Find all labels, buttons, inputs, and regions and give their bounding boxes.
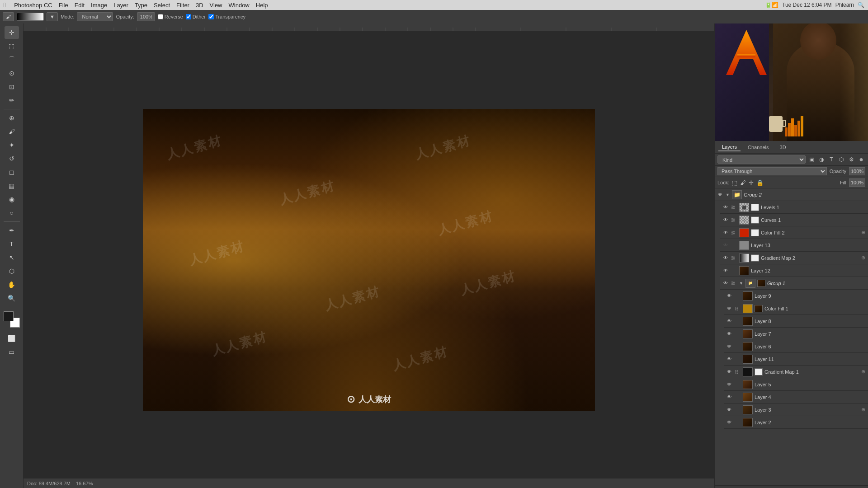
visibility-toggle-group1[interactable]: 👁 xyxy=(722,280,729,287)
layer-row-layer5[interactable]: 👁 Layer 5 xyxy=(724,378,868,391)
quick-selection-tool[interactable]: ⊙ xyxy=(5,67,19,80)
zoom-tool[interactable]: 🔍 xyxy=(5,292,19,305)
filter-shape-btn[interactable]: ⬡ xyxy=(837,155,845,164)
group1-expand-arrow[interactable]: ▼ xyxy=(739,281,744,286)
eraser-tool[interactable]: ◻ xyxy=(5,166,19,178)
visibility-toggle-layer2[interactable]: 👁 xyxy=(726,419,733,426)
lasso-tool[interactable]: ⌒ xyxy=(5,53,19,66)
layer-row-layer6[interactable]: 👁 Layer 6 xyxy=(724,340,868,353)
visibility-toggle-group2[interactable]: 👁 xyxy=(717,191,724,198)
visibility-toggle-colorfill1[interactable]: 👁 xyxy=(726,305,733,312)
crop-tool[interactable]: ⊡ xyxy=(5,80,19,93)
menu-select[interactable]: Select xyxy=(154,2,170,9)
filter-toggle[interactable]: ● xyxy=(857,155,865,164)
menu-filter[interactable]: Filter xyxy=(176,2,189,9)
layer-row-layer4[interactable]: 👁 Layer 4 xyxy=(724,391,868,404)
lock-position-btn[interactable]: ✛ xyxy=(749,179,754,186)
lock-image-btn[interactable]: 🖌 xyxy=(740,179,746,186)
transparency-checkbox[interactable] xyxy=(208,14,214,19)
visibility-toggle-layer13[interactable]: 👁 xyxy=(722,242,729,249)
layer-row-colorfill2[interactable]: 👁 ⛓ Color Fill 2 ⊕ xyxy=(720,226,868,239)
visibility-toggle-layer3[interactable]: 👁 xyxy=(726,406,733,413)
filter-pixel-btn[interactable]: ▣ xyxy=(807,155,816,164)
layer-row-layer9[interactable]: 👁 Layer 9 xyxy=(724,290,868,302)
layer-row-group2[interactable]: 👁 ▼ 📁 Group 2 xyxy=(715,188,868,201)
visibility-toggle-layer4[interactable]: 👁 xyxy=(726,394,733,401)
menu-type[interactable]: Type xyxy=(135,2,147,9)
visibility-toggle-layer11[interactable]: 👁 xyxy=(726,356,733,363)
rectangular-marquee-tool[interactable]: ⬚ xyxy=(5,40,19,52)
visibility-toggle-layer5[interactable]: 👁 xyxy=(726,381,733,388)
layer-row-layer2[interactable]: 👁 Layer 2 xyxy=(724,416,868,429)
dither-checkbox[interactable] xyxy=(186,14,191,19)
layer-row-gradmap2[interactable]: 👁 ⛓ Gradient Map 2 ⊕ xyxy=(720,252,868,264)
layer-row-curves1[interactable]: 👁 ⛓ ⌇ Curves 1 xyxy=(720,214,868,226)
filter-type-select[interactable]: Kind xyxy=(717,155,806,164)
visibility-toggle-layer8[interactable]: 👁 xyxy=(726,318,733,325)
visibility-toggle-layer6[interactable]: 👁 xyxy=(726,343,733,350)
layer-row-group1[interactable]: 👁 ⛓ ▼ 📁 Group 1 xyxy=(720,277,868,290)
menu-layer[interactable]: Layer xyxy=(113,2,128,9)
dither-option[interactable]: Dither xyxy=(186,14,206,19)
brush-tool[interactable]: 🖌 xyxy=(5,125,19,138)
layer-row-layer13[interactable]: 👁 Layer 13 xyxy=(720,239,868,252)
menu-image[interactable]: Image xyxy=(91,2,107,9)
clone-stamp-tool[interactable]: ✦ xyxy=(5,139,19,151)
filter-smart-btn[interactable]: ⚙ xyxy=(847,155,855,164)
menu-view[interactable]: View xyxy=(210,2,222,9)
layer-row-colorfill1[interactable]: 👁 ⛓ Color Fill 1 xyxy=(724,302,868,315)
transparency-option[interactable]: Transparency xyxy=(208,14,245,19)
blur-tool[interactable]: ◉ xyxy=(5,193,19,206)
layer-row-layer8[interactable]: 👁 Layer 8 xyxy=(724,315,868,328)
filter-type-btn[interactable]: T xyxy=(827,155,835,164)
dodge-tool[interactable]: ○ xyxy=(5,206,19,219)
visibility-toggle-curves1[interactable]: 👁 xyxy=(722,216,729,224)
brush-tool-icon[interactable]: 🖌 xyxy=(3,12,14,21)
reverse-checkbox[interactable] xyxy=(158,14,163,19)
visibility-toggle-layer7[interactable]: 👁 xyxy=(726,330,733,338)
opacity-value[interactable] xyxy=(849,167,865,175)
text-tool[interactable]: T xyxy=(5,238,19,250)
path-selection-tool[interactable]: ↖ xyxy=(5,251,19,264)
eyedropper-tool[interactable]: ✏ xyxy=(5,94,19,107)
menu-photoshop[interactable]: Photoshop CC xyxy=(14,2,52,9)
apple-menu[interactable]:  xyxy=(4,1,6,9)
shape-tool[interactable]: ⬡ xyxy=(5,265,19,277)
layer-row-levels1[interactable]: 👁 ⛓ ⬛ Levels 1 xyxy=(720,201,868,214)
reverse-option[interactable]: Reverse xyxy=(158,14,183,19)
layer-row-layer12[interactable]: 👁 Layer 12 xyxy=(720,264,868,277)
filter-adjustment-btn[interactable]: ◑ xyxy=(817,155,826,164)
layer-row-layer3[interactable]: 👁 Layer 3 ⊕ xyxy=(724,404,868,416)
visibility-toggle-layer9[interactable]: 👁 xyxy=(726,292,733,300)
menu-file[interactable]: File xyxy=(59,2,68,9)
quick-mask-toggle[interactable]: ⬜ xyxy=(5,332,19,345)
menu-3d[interactable]: 3D xyxy=(196,2,203,9)
visibility-toggle-gradmap1[interactable]: 👁 xyxy=(726,368,733,375)
blend-mode-select[interactable]: Pass Through Normal Multiply Screen Over… xyxy=(717,167,827,175)
menu-help[interactable]: Help xyxy=(256,2,268,9)
visibility-toggle-levels1[interactable]: 👁 xyxy=(722,204,729,211)
pen-tool[interactable]: ✒ xyxy=(5,224,19,237)
lock-transparent-btn[interactable]: ⬚ xyxy=(732,179,737,186)
gradient-icon[interactable] xyxy=(17,13,44,21)
history-brush-tool[interactable]: ↺ xyxy=(5,152,19,165)
visibility-toggle-layer12[interactable]: 👁 xyxy=(722,267,729,274)
opacity-input[interactable] xyxy=(137,12,155,21)
menu-window[interactable]: Window xyxy=(229,2,250,9)
layers-tab[interactable]: Layers xyxy=(718,143,741,151)
lock-all-btn[interactable]: 🔒 xyxy=(756,179,764,186)
3d-tab[interactable]: 3D xyxy=(776,144,790,151)
move-tool[interactable]: ✛ xyxy=(5,26,19,39)
hand-tool[interactable]: ✋ xyxy=(5,278,19,291)
channels-tab[interactable]: Channels xyxy=(744,144,772,151)
healing-brush-tool[interactable]: ⊕ xyxy=(5,112,19,124)
layer-row-layer11[interactable]: 👁 Layer 11 xyxy=(724,353,868,366)
fill-value[interactable] xyxy=(849,178,865,187)
foreground-color-swatch[interactable] xyxy=(4,311,14,321)
layer-row-layer7[interactable]: 👁 Layer 7 xyxy=(724,328,868,340)
visibility-toggle-colorfill2[interactable]: 👁 xyxy=(722,229,729,236)
visibility-toggle-gradmap2[interactable]: 👁 xyxy=(722,254,729,262)
mode-select[interactable]: Normal xyxy=(77,12,113,21)
layer-row-gradmap1[interactable]: 👁 ⛓ Gradient Map 1 ⊕ xyxy=(724,366,868,378)
group-expand-arrow[interactable]: ▼ xyxy=(726,192,730,197)
